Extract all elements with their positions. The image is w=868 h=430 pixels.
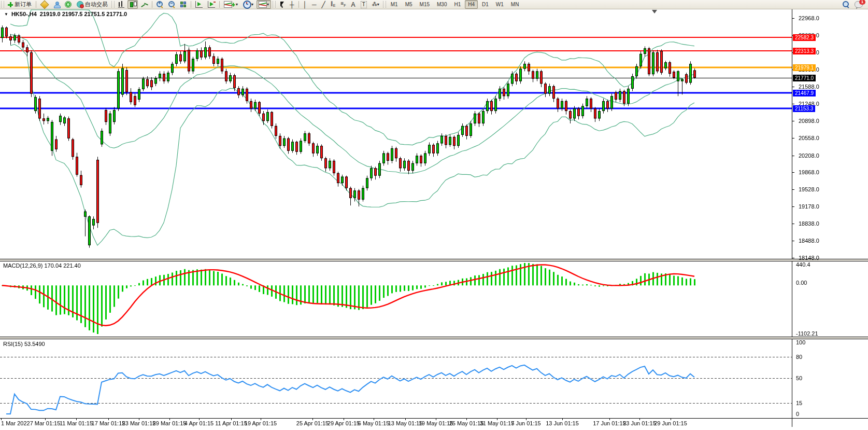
zoom-in-icon: + bbox=[156, 1, 163, 8]
chart-dropdown-icon[interactable]: ▼ bbox=[4, 12, 8, 17]
line-chart-button[interactable] bbox=[139, 0, 150, 9]
chart-shift-icon bbox=[208, 1, 215, 8]
price-line-badge: 21771.0 bbox=[793, 75, 816, 81]
new-order-button[interactable]: 新订单 bbox=[6, 0, 34, 9]
auto-trading-label: 自动交易 bbox=[85, 1, 108, 8]
panel-separator[interactable] bbox=[0, 337, 868, 339]
price-tick-mark bbox=[792, 241, 794, 241]
timeframe-h4[interactable]: H4 bbox=[465, 0, 478, 9]
bar-chart-icon bbox=[118, 1, 124, 8]
rsi-axis-label: 0 bbox=[796, 411, 799, 417]
zoom-in-button[interactable]: + bbox=[154, 0, 165, 9]
text-tool-button[interactable]: A bbox=[349, 0, 358, 9]
price-tick-label: 20558.0 bbox=[799, 135, 819, 141]
time-axis-label: 17 Mar 01:15 bbox=[92, 420, 125, 426]
trendline-button[interactable]: ╱ bbox=[320, 0, 328, 9]
chart-shift-marker[interactable] bbox=[652, 10, 657, 13]
toolbar-grip[interactable] bbox=[111, 1, 115, 8]
auto-scroll-icon bbox=[195, 1, 203, 8]
accounts-button[interactable] bbox=[52, 0, 62, 9]
auto-trading-button[interactable]: 自动交易 bbox=[75, 0, 110, 9]
price-tick-label: 21588.0 bbox=[799, 84, 819, 90]
timeframe-m5[interactable]: M5 bbox=[402, 0, 416, 9]
time-axis-label: 23 Jun 01:15 bbox=[623, 420, 656, 426]
person-icon bbox=[54, 2, 60, 7]
timeframe-w1[interactable]: W1 bbox=[493, 0, 507, 9]
price-tick-label: 20898.0 bbox=[799, 118, 819, 124]
text-icon: A bbox=[351, 2, 355, 8]
auto-scroll-button[interactable] bbox=[193, 0, 205, 9]
separator bbox=[219, 1, 220, 8]
toolbar-grip[interactable] bbox=[383, 1, 386, 8]
time-axis-label: 11 Apr 01:15 bbox=[215, 420, 247, 426]
text-label-button[interactable]: T bbox=[359, 0, 369, 9]
crosshair-icon: ┼ bbox=[290, 2, 294, 8]
toolbar-grip[interactable] bbox=[1, 1, 4, 8]
vertical-line-icon: │ bbox=[303, 2, 307, 8]
candlestick-chart-button[interactable] bbox=[127, 0, 138, 9]
bar-chart-button[interactable] bbox=[116, 0, 126, 9]
main-toolbar: 新订单 自动交易 + − ▾ ▾ ▾ ┼ │ ─ ╱ ∥E ≡F A T ⁂▾ … bbox=[0, 0, 868, 9]
toolbar-grip[interactable] bbox=[273, 1, 276, 8]
timeframe-d1[interactable]: D1 bbox=[479, 0, 492, 9]
plus-icon bbox=[232, 3, 235, 6]
notifications-button[interactable]: 1 bbox=[852, 0, 865, 9]
arrows-button[interactable]: ⁂▾ bbox=[370, 0, 381, 9]
price-tick-label: 19868.0 bbox=[799, 169, 819, 175]
new-chart-button[interactable]: ▾ bbox=[222, 0, 240, 9]
price-tick-label: 19178.0 bbox=[799, 203, 819, 210]
rsi-axis-label: 100 bbox=[796, 339, 805, 345]
auto-trading-icon bbox=[77, 1, 83, 8]
time-axis-label: 25 May 01:15 bbox=[449, 420, 484, 426]
chart-shift-button[interactable] bbox=[206, 0, 217, 9]
periods-button[interactable]: ▾ bbox=[241, 0, 255, 9]
line-chart-icon bbox=[141, 2, 148, 8]
market-watch-button[interactable] bbox=[38, 0, 51, 9]
time-axis-border bbox=[0, 418, 868, 419]
price-tick-label: 19528.0 bbox=[799, 186, 819, 192]
panel-separator[interactable] bbox=[0, 259, 868, 261]
trendline-icon: ╱ bbox=[322, 2, 325, 8]
channel-icon: ∥E bbox=[331, 1, 336, 9]
chart-ohlc-title: ▼ HK50-,H4 21919.0 21957.5 21751.5 21771… bbox=[4, 11, 127, 17]
fibonacci-button[interactable]: ≡F bbox=[338, 0, 348, 9]
gold-icon bbox=[40, 0, 49, 9]
price-tick-label: 18488.0 bbox=[799, 238, 819, 244]
chart-canvas[interactable] bbox=[0, 0, 868, 430]
plus-icon bbox=[8, 2, 13, 7]
tile-windows-button[interactable] bbox=[178, 0, 189, 9]
timeframe-h1[interactable]: H1 bbox=[451, 0, 464, 9]
time-axis-label: 29 Apr 01:15 bbox=[328, 420, 360, 426]
price-tick-mark bbox=[792, 156, 794, 156]
price-tick-label: 18838.0 bbox=[799, 220, 819, 227]
price-tick-mark bbox=[792, 224, 794, 224]
crosshair-button[interactable]: ┼ bbox=[288, 0, 296, 9]
horizontal-line-button[interactable]: ─ bbox=[310, 0, 319, 9]
timeframe-m30[interactable]: M30 bbox=[434, 0, 450, 9]
vertical-line-button[interactable]: │ bbox=[301, 0, 309, 9]
cursor-button[interactable] bbox=[277, 0, 287, 9]
signal-icon bbox=[65, 1, 72, 8]
price-tick-mark bbox=[792, 104, 794, 104]
price-axis-line bbox=[792, 9, 792, 427]
signals-button[interactable] bbox=[63, 0, 74, 9]
rsi-axis-label: 15 bbox=[796, 400, 802, 406]
text-label-icon: T bbox=[361, 1, 367, 8]
separator bbox=[191, 1, 191, 8]
search-button[interactable] bbox=[841, 0, 851, 9]
horizontal-line-icon: ─ bbox=[312, 2, 317, 8]
price-tick-mark bbox=[792, 138, 794, 138]
timeframe-m15[interactable]: M15 bbox=[417, 0, 433, 9]
price-line-badge: 22313.3 bbox=[793, 48, 816, 54]
price-tick-mark bbox=[792, 121, 794, 121]
timeframe-mn[interactable]: MN bbox=[508, 0, 522, 9]
channel-button[interactable]: ∥E bbox=[329, 0, 338, 9]
price-tick-mark bbox=[792, 18, 794, 19]
macd-axis-min: -1102.21 bbox=[796, 330, 818, 337]
rsi-label: RSI(15) 53.5490 bbox=[3, 341, 45, 347]
indicators-button[interactable]: ▾ bbox=[257, 0, 271, 9]
zoom-out-button[interactable]: − bbox=[166, 0, 177, 9]
time-axis-label: 17 Jun 01:15 bbox=[593, 420, 626, 426]
timeframe-m1[interactable]: M1 bbox=[388, 0, 401, 9]
price-tick-mark bbox=[792, 206, 794, 207]
